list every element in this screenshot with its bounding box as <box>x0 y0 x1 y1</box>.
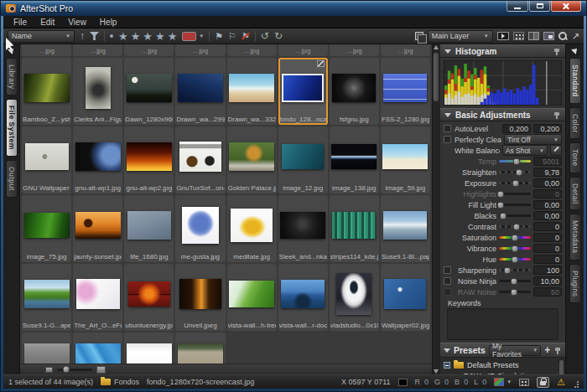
contrast-value-field[interactable]: 0 <box>533 222 562 231</box>
contrast-slider-handle[interactable] <box>512 223 520 230</box>
thumbnail-image[interactable] <box>383 74 427 102</box>
thumbnail-image[interactable] <box>383 211 427 240</box>
thumbnail-cell[interactable]: life_1680.jpg <box>124 195 174 262</box>
keywords-input[interactable] <box>447 308 558 340</box>
noise-ninja-checkbox[interactable] <box>444 277 451 285</box>
sidebar-tab-output[interactable]: Output <box>6 160 18 198</box>
raw-noise-slider-handle[interactable] <box>510 288 517 296</box>
thumbnail-image[interactable] <box>282 74 324 102</box>
thumbnail-cell[interactable]: vista-wall...h-tree.jpg <box>227 264 277 331</box>
thumbnail-image[interactable] <box>178 74 223 102</box>
perfectly-clear-checkbox[interactable] <box>444 136 451 143</box>
hue-slider[interactable] <box>499 258 531 260</box>
noise-ninja-slider[interactable] <box>499 280 531 282</box>
noise-ninja-value-field[interactable]: 10,00 <box>533 276 562 286</box>
thumbnail-cell[interactable]: vista-wall...r-dock.jpg <box>278 264 328 331</box>
scroll-down-icon[interactable] <box>434 369 439 374</box>
thumbnail-cell-partial[interactable]: …jpg <box>124 44 174 56</box>
thumbnail-image[interactable] <box>75 142 121 171</box>
thumbnail-cell[interactable]: jaunty-sunset.jpg <box>73 195 122 262</box>
thumbnail-image[interactable] <box>75 212 121 239</box>
pin-icon[interactable] <box>553 48 561 55</box>
warning-icon[interactable]: ⚠ <box>557 378 565 387</box>
filter-icon[interactable] <box>90 32 99 40</box>
preview-view-icon[interactable] <box>543 32 554 40</box>
thumbnail-image[interactable] <box>179 142 221 172</box>
thumbnail-cell-partial[interactable]: …jpg <box>175 44 225 56</box>
thumbnail-image[interactable] <box>332 212 376 239</box>
eyedropper-button[interactable] <box>550 145 562 156</box>
thumbnail-cell-partial[interactable]: …jpg <box>73 44 122 56</box>
saturation-value-field[interactable]: 0 <box>533 233 562 242</box>
thumbnail-image[interactable] <box>336 273 371 315</box>
thumbnail-image[interactable] <box>229 142 274 171</box>
star-icon[interactable]: ★ <box>155 31 165 42</box>
thumbnail-image[interactable] <box>127 74 172 102</box>
vibrance-slider[interactable] <box>499 247 531 250</box>
large-thumbnails-icon[interactable] <box>96 366 106 374</box>
lock-button[interactable] <box>537 377 549 388</box>
menu-file[interactable]: File <box>7 16 34 28</box>
thumbnail-image[interactable] <box>331 144 377 169</box>
white-balance-select[interactable]: As Shot ▼ <box>502 145 548 156</box>
thumbnail-image[interactable] <box>332 74 376 102</box>
thumbnail-image[interactable] <box>280 212 325 239</box>
thumbnail-image[interactable] <box>127 211 171 240</box>
thumbnail-cell[interactable]: Dawn_1280x960.jpg <box>124 58 174 125</box>
thumbnail-cell-partial[interactable]: …jpg <box>278 44 328 56</box>
pin-icon[interactable] <box>553 111 561 119</box>
thumbnail-image[interactable] <box>229 74 274 102</box>
exposure-slider-handle[interactable] <box>512 179 519 187</box>
temp-slider[interactable] <box>499 160 531 162</box>
presets-collection-select[interactable]: My Favorites ▼ <box>489 345 541 356</box>
thumbnail-size-handle[interactable] <box>63 367 69 373</box>
star-icon[interactable]: ★ <box>168 31 178 42</box>
resize-grip[interactable] <box>573 379 579 385</box>
thumbnail-cell[interactable]: fondo_128...ncast.jpg <box>278 58 328 125</box>
autolevel-checkbox[interactable] <box>444 125 451 132</box>
star-rating[interactable]: ★★★★★ <box>118 31 177 42</box>
panel-tab-metadata[interactable]: Metadata <box>569 214 581 260</box>
straighten-slider-handle[interactable] <box>515 168 522 176</box>
thumbnail-image[interactable] <box>76 279 120 309</box>
thumbnail-cell[interactable]: Unveil.jpeg <box>175 264 225 331</box>
color-label-select[interactable]: ▼ <box>182 32 204 41</box>
raw-noise-value-field[interactable]: 50 <box>533 287 562 297</box>
highlights-slider-handle[interactable] <box>496 190 504 198</box>
thumbnail-image[interactable] <box>86 67 111 109</box>
collapse-section-icon[interactable] <box>444 348 450 353</box>
preset-folder-row[interactable]: Default Presets <box>444 359 557 370</box>
presets-header[interactable]: Presets My Favorites ▼ + <box>440 343 565 358</box>
perfectly-clear-select[interactable]: Tint Off ▼ <box>504 134 562 145</box>
sidebar-tab-library[interactable]: Library <box>6 58 18 95</box>
tree-collapse-icon[interactable] <box>444 362 450 369</box>
fullscreen-icon[interactable]: ↗ <box>572 32 579 41</box>
thumbnail-cell[interactable]: Wallpaper02.jpg <box>381 264 430 331</box>
sharpening-value-field[interactable]: 100 <box>533 266 562 275</box>
sort-ascending-icon[interactable]: ↑ <box>80 31 85 41</box>
thumbnail-cell[interactable]: Sleek_and...nkahn.jpg <box>278 195 328 262</box>
panel-tab-tone[interactable]: Tone <box>569 142 581 173</box>
flag-pick-icon[interactable]: ⚑ <box>215 31 223 41</box>
thumbnail-cell[interactable]: ubuntuenergy.jpg <box>124 264 174 331</box>
star-icon[interactable]: ★ <box>131 31 141 42</box>
close-button[interactable] <box>551 1 581 12</box>
thumbnail-cell-partial[interactable]: …jpg <box>227 44 277 56</box>
thumbnail-cell[interactable]: stripes114_kde.jpg <box>330 195 379 262</box>
scroll-up-icon[interactable] <box>434 45 439 49</box>
thumbnail-cell[interactable]: image_12.jpg <box>278 126 328 193</box>
thumbnail-cell[interactable]: image_138.jpg <box>330 126 379 193</box>
panel-tab-standard[interactable]: Standard <box>569 58 581 104</box>
thumbnail-cell[interactable]: vladstudio...0x1024.jpg <box>330 264 379 331</box>
thumbnail-cell[interactable]: The_Art_O...eFear.jpg <box>73 264 122 331</box>
thumbnail-cell[interactable]: Drawn_wa...299_.jpg <box>175 58 225 125</box>
autolevel-low-field[interactable]: 0,200 <box>502 124 531 133</box>
star-icon[interactable]: ★ <box>143 31 153 42</box>
layers-icon[interactable] <box>415 32 423 40</box>
collapse-section-icon[interactable] <box>444 113 451 117</box>
fill-light-slider[interactable] <box>499 204 531 206</box>
thumbnail-cell-partial[interactable]: …jpg <box>330 44 379 56</box>
sharpening-slider-handle[interactable] <box>503 266 511 274</box>
hue-value-field[interactable]: 0 <box>533 255 562 264</box>
thumbnail-cell[interactable]: Bamboo_Z...ysha.jpg <box>22 58 71 125</box>
